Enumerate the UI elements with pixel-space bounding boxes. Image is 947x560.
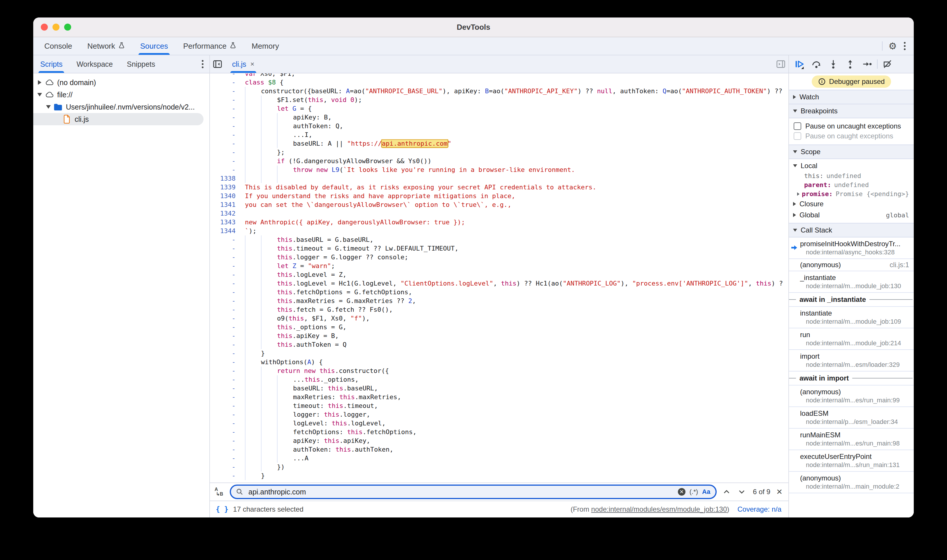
pause-caught-row[interactable]: Pause on caught exceptions — [789, 131, 914, 141]
previous-result-icon[interactable] — [721, 486, 732, 497]
step-icon[interactable] — [860, 58, 874, 71]
navigator-more-icon[interactable] — [201, 55, 209, 73]
line-gutter[interactable]: - — [210, 471, 239, 480]
line-gutter[interactable]: 1343 — [210, 218, 239, 227]
line-gutter[interactable]: - — [210, 148, 239, 157]
tab-performance[interactable]: Performance — [176, 37, 244, 55]
editor-tab-cli-js[interactable]: cli.js × — [225, 55, 262, 73]
caret-down-icon[interactable] — [37, 93, 43, 97]
scope-group-local[interactable]: Local — [789, 160, 914, 171]
tab-sources[interactable]: Sources — [133, 37, 176, 55]
line-gutter[interactable]: - — [210, 402, 239, 410]
zoom-window-button[interactable] — [64, 24, 71, 31]
watch-section-header[interactable]: Watch — [789, 90, 914, 104]
hide-navigator-icon[interactable] — [210, 55, 225, 73]
scope-prop-parent[interactable]: parent:undefined — [789, 180, 914, 189]
stack-frame-executeuserentrypoint[interactable]: executeUserEntryPointnode:internal/m...s… — [789, 450, 914, 472]
line-gutter[interactable]: - — [210, 314, 239, 323]
line-gutter[interactable]: - — [210, 166, 239, 174]
scope-group-global[interactable]: Globalglobal — [789, 209, 914, 220]
pause-uncaught-checkbox[interactable] — [794, 122, 801, 130]
line-gutter[interactable]: - — [210, 437, 239, 445]
deactivate-breakpoints-icon[interactable] — [881, 58, 895, 71]
replace-toggle-icon[interactable]: A ↳B — [214, 487, 225, 497]
line-gutter[interactable]: - — [210, 419, 239, 428]
line-gutter[interactable]: - — [210, 384, 239, 393]
tree-item--no-domain-[interactable]: (no domain) — [33, 76, 209, 89]
close-window-button[interactable] — [41, 24, 48, 31]
tree-item-file-[interactable]: file:// — [33, 89, 209, 101]
tree-item-cli-js[interactable]: cli.js — [33, 113, 204, 125]
line-gutter[interactable]: - — [210, 253, 239, 262]
stack-frame-run[interactable]: runnode:internal/m...module_job:214 — [789, 328, 914, 350]
stack-frame--anonymous-[interactable]: (anonymous)node:internal/m...main_module… — [789, 472, 914, 493]
minimize-window-button[interactable] — [52, 24, 60, 31]
next-result-icon[interactable] — [736, 486, 747, 497]
line-gutter[interactable]: - — [210, 428, 239, 437]
tab-network[interactable]: Network — [80, 37, 133, 55]
line-gutter[interactable]: - — [210, 393, 239, 402]
caret-right-icon[interactable] — [37, 80, 43, 85]
line-gutter[interactable]: 1338 — [210, 174, 239, 183]
navigator-tab-scripts[interactable]: Scripts — [33, 55, 69, 73]
line-gutter[interactable]: - — [210, 139, 239, 148]
coverage-link[interactable]: Coverage: n/a — [737, 505, 781, 513]
line-gutter[interactable]: - — [210, 78, 239, 87]
line-gutter[interactable]: - — [210, 279, 239, 288]
line-gutter[interactable]: 1340 — [210, 192, 239, 200]
step-into-icon[interactable] — [826, 58, 840, 71]
stack-frame-instantiate[interactable]: instantiatenode:internal/m...module_job:… — [789, 307, 914, 328]
line-gutter[interactable]: - — [210, 262, 239, 271]
line-gutter[interactable]: - — [210, 74, 239, 78]
more-options-icon[interactable] — [903, 41, 907, 51]
tab-console[interactable]: Console — [37, 37, 80, 55]
scope-group-closure[interactable]: Closure — [789, 198, 914, 209]
source-editor[interactable]: -var Xs0, $F1;-class $8 {- constructor({… — [210, 74, 788, 483]
regex-toggle[interactable]: (.*) — [689, 488, 698, 495]
line-gutter[interactable]: - — [210, 445, 239, 454]
tab-memory[interactable]: Memory — [244, 37, 287, 55]
stack-frame-import[interactable]: importnode:internal/m...esm/loader:329 — [789, 350, 914, 371]
line-gutter[interactable]: 1339 — [210, 183, 239, 192]
line-gutter[interactable]: - — [210, 340, 239, 349]
line-gutter[interactable]: - — [210, 410, 239, 419]
caret-down-icon[interactable] — [45, 105, 51, 109]
line-gutter[interactable]: - — [210, 87, 239, 95]
scope-prop-this[interactable]: this:undefined — [789, 171, 914, 180]
resume-script-icon[interactable] — [793, 58, 807, 71]
close-tab-icon[interactable]: × — [250, 60, 254, 68]
step-out-icon[interactable] — [843, 58, 857, 71]
scope-section-header[interactable]: Scope — [789, 145, 914, 159]
stack-frame--instantiate[interactable]: _instantiatenode:internal/m...module_job… — [789, 271, 914, 293]
line-gutter[interactable]: - — [210, 235, 239, 244]
line-gutter[interactable]: - — [210, 157, 239, 166]
search-input[interactable] — [247, 487, 674, 497]
line-gutter[interactable]: - — [210, 358, 239, 366]
line-gutter[interactable]: - — [210, 332, 239, 340]
stack-frame-loadesm[interactable]: loadESMnode:internal/p.../esm_loader:34 — [789, 407, 914, 429]
line-gutter[interactable]: - — [210, 305, 239, 314]
line-gutter[interactable]: - — [210, 349, 239, 358]
scope-prop-promise[interactable]: promise:Promise {<pending>} — [789, 189, 914, 198]
line-gutter[interactable]: - — [210, 454, 239, 463]
close-search-icon[interactable]: ✕ — [776, 488, 782, 497]
line-gutter[interactable]: - — [210, 375, 239, 384]
call-stack-section-header[interactable]: Call Stack — [789, 223, 914, 237]
navigator-tab-snippets[interactable]: Snippets — [120, 55, 162, 73]
pause-caught-checkbox[interactable] — [794, 132, 801, 140]
stack-frame--anonymous-[interactable]: (anonymous)cli.js:1 — [789, 259, 914, 271]
tree-item-users-jinhuilee-nvm-versions-node-v2-[interactable]: Users/jinhuilee/.nvm/versions/node/v2... — [33, 101, 209, 113]
module-job-link[interactable]: node:internal/modules/esm/module_job:130 — [591, 505, 727, 513]
breakpoints-section-header[interactable]: Breakpoints — [789, 104, 914, 118]
line-gutter[interactable]: - — [210, 366, 239, 375]
pretty-print-icon[interactable]: { } — [216, 505, 228, 513]
pause-uncaught-row[interactable]: Pause on uncaught exceptions — [789, 121, 914, 131]
stack-frame-runmainesm[interactable]: runMainESMnode:internal/m...es/run_main:… — [789, 429, 914, 450]
line-gutter[interactable]: - — [210, 95, 239, 104]
line-gutter[interactable]: - — [210, 323, 239, 332]
line-gutter[interactable]: 1342 — [210, 209, 239, 218]
line-gutter[interactable]: - — [210, 297, 239, 305]
search-field[interactable]: ✕ (.*) Aa — [230, 485, 717, 499]
line-gutter[interactable]: - — [210, 113, 239, 122]
line-gutter[interactable]: 1341 — [210, 200, 239, 209]
